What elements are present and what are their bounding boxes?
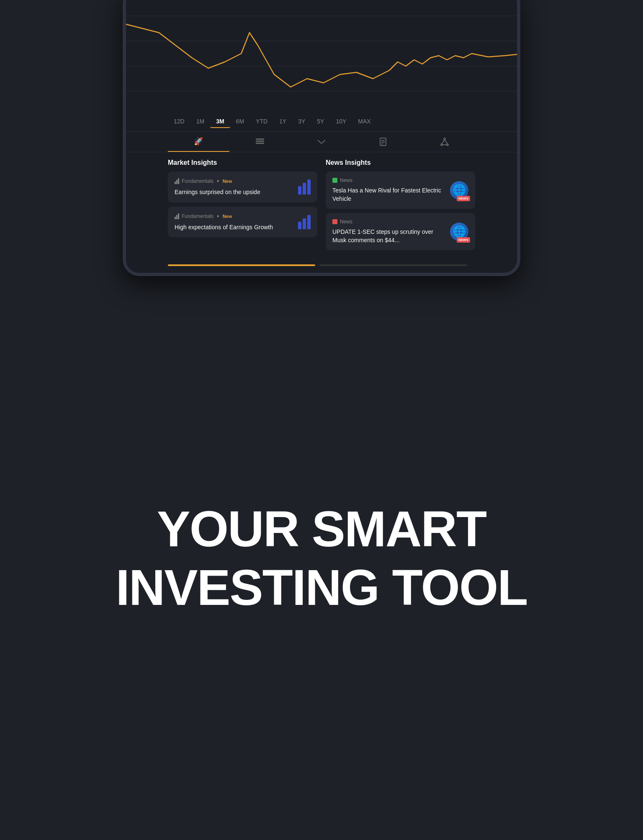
market-insights-title: Market Insights (168, 159, 317, 166)
period-max[interactable]: MAX (352, 115, 376, 128)
news-card-1-globe: 🌐 NEWS (450, 181, 468, 200)
news-badge-1: NEWS (457, 196, 470, 201)
svg-rect-7 (256, 143, 264, 144)
market-card-2-title: High expectations of Earnings Growth (175, 223, 293, 232)
period-1y[interactable]: 1Y (273, 115, 292, 128)
market-card-1-tag-text: Fundamentals (182, 178, 213, 184)
scroll-bar-active (168, 264, 315, 266)
news-card-1-title: Tesla Has a New Rival for Fastest Electr… (332, 187, 445, 203)
period-ytd[interactable]: YTD (250, 115, 273, 128)
svg-rect-6 (256, 141, 264, 142)
news-red-square (332, 219, 337, 224)
bar-chart-mini-2 (298, 214, 311, 229)
news-globe-1: 🌐 NEWS (450, 181, 468, 200)
news-badge-2: NEWS (457, 237, 470, 243)
chart-area (126, 0, 517, 112)
nav-rocket[interactable]: 🚀 (168, 132, 229, 152)
news-card-2-left: News UPDATE 1-SEC steps up scrutiny over… (332, 219, 445, 244)
market-card-1[interactable]: Fundamentals • New Earnings surprised on… (168, 172, 317, 202)
insights-section: Market Insights Fundamentals • New (126, 152, 517, 261)
hero-line1: YOUR SMART (157, 504, 486, 554)
market-card-2-chart (298, 214, 311, 229)
news-insights-column: News Insights News Tesla Has a New Rival… (326, 159, 475, 254)
news-card-2-tag-text: News (340, 219, 352, 225)
tablet-wrapper: 12D 1M 3M 6M YTD 1Y 3Y 5Y 10Y MAX 🚀 (0, 0, 643, 276)
news-card-1-tag-text: News (340, 177, 352, 183)
stock-chart (126, 0, 517, 112)
market-card-1-tag: Fundamentals • New (175, 177, 293, 185)
news-green-square (332, 178, 337, 183)
period-3m[interactable]: 3M (210, 115, 230, 128)
market-card-2[interactable]: Fundamentals • New High expectations of … (168, 207, 317, 238)
nav-arrows[interactable] (291, 132, 352, 152)
svg-line-16 (445, 140, 448, 144)
news-globe-2: 🌐 NEWS (450, 223, 468, 241)
market-card-1-left: Fundamentals • New Earnings surprised on… (175, 177, 293, 197)
tablet-frame: 12D 1M 3M 6M YTD 1Y 3Y 5Y 10Y MAX 🚀 (123, 0, 520, 276)
market-card-2-tag-text: Fundamentals (182, 213, 213, 219)
nav-icon-bar: 🚀 (126, 132, 517, 152)
market-card-2-left: Fundamentals • New High expectations of … (175, 213, 293, 232)
news-insights-title: News Insights (326, 159, 475, 166)
market-card-1-new: New (223, 179, 232, 184)
period-12d[interactable]: 12D (168, 115, 190, 128)
scroll-indicator (126, 261, 517, 273)
news-card-2-title: UPDATE 1-SEC steps up scrutiny over Musk… (332, 228, 445, 244)
market-insights-column: Market Insights Fundamentals • New (168, 159, 317, 254)
bar-chart-mini-1 (298, 179, 311, 195)
period-6m[interactable]: 6M (230, 115, 250, 128)
nav-network[interactable] (414, 132, 475, 152)
hero-section: YOUR SMART INVESTING TOOL (99, 276, 544, 840)
market-card-2-new: New (223, 214, 232, 219)
period-3y[interactable]: 3Y (292, 115, 311, 128)
news-card-1[interactable]: News Tesla Has a New Rival for Fastest E… (326, 172, 475, 209)
news-card-2-tag: News (332, 219, 445, 225)
scroll-bar-inactive (319, 264, 467, 266)
news-card-1-tag: News (332, 177, 445, 183)
market-card-1-title: Earnings surprised on the upside (175, 188, 293, 197)
nav-document[interactable] (352, 132, 414, 152)
nav-table[interactable] (229, 132, 291, 152)
news-card-2[interactable]: News UPDATE 1-SEC steps up scrutiny over… (326, 213, 475, 250)
market-card-1-chart (298, 179, 311, 195)
fundamentals-icon-2 (175, 213, 179, 219)
period-1m[interactable]: 1M (190, 115, 210, 128)
svg-rect-5 (256, 138, 264, 140)
news-card-2-globe: 🌐 NEWS (450, 223, 468, 241)
period-10y[interactable]: 10Y (330, 115, 352, 128)
time-period-bar: 12D 1M 3M 6M YTD 1Y 3Y 5Y 10Y MAX (126, 112, 517, 132)
period-5y[interactable]: 5Y (311, 115, 330, 128)
svg-point-12 (444, 138, 445, 140)
news-card-1-left: News Tesla Has a New Rival for Fastest E… (332, 177, 445, 203)
market-card-2-tag: Fundamentals • New (175, 213, 293, 220)
hero-line2: INVESTING TOOL (116, 562, 527, 612)
svg-line-15 (442, 140, 445, 144)
fundamentals-icon (175, 178, 179, 184)
